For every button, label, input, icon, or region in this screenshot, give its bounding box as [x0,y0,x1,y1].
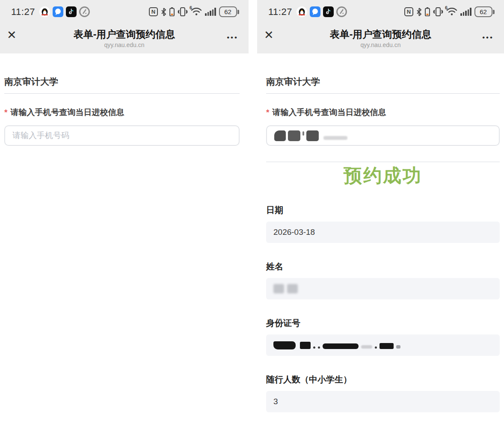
battery-icon: 62 [219,6,240,17]
signal-bars-icon [460,8,471,16]
title-divider [4,93,240,94]
result-divider [266,162,500,162]
clock-time: 11:27 [268,6,292,18]
bluetooth-icon [161,8,166,16]
required-mark: * [266,108,269,117]
messages-icon [53,6,63,17]
screenshot-gap [249,0,257,426]
qq-icon [296,6,307,17]
vibrate-icon [178,7,188,16]
status-bar: 11:27 [0,0,249,24]
battery-percent: 62 [474,6,492,17]
system-status-icons: N 6 [149,6,239,17]
page-url: qyy.nau.edu.cn [361,41,401,48]
notification-app-icons [296,6,347,17]
wifi6-label: 6 [190,5,192,10]
name-label: 姓名 [266,261,500,272]
title-divider [266,93,500,94]
id-number-label: 身份证号 [266,317,500,329]
browser-title-bar: ✕ 表单-用户查询预约信息 qyy.nau.edu.cn ••• [0,24,249,53]
bluetooth-icon [416,8,422,16]
redacted-phone-block [306,130,319,141]
battery-percent: 62 [219,6,237,17]
screenshot-right: 11:27 [257,0,504,426]
page-title: 表单-用户查询预约信息 [330,29,432,41]
required-mark: * [4,108,7,117]
redacted-phone-block [274,130,286,141]
name-value-box [266,278,500,299]
date-value: 2026-03-18 [273,228,315,237]
vibrate-icon [433,7,443,16]
browser-title-bar: ✕ 表单-用户查询预约信息 qyy.nau.edu.cn ••• [257,24,504,53]
id-number-value-box [266,334,500,356]
tiktok-icon [66,6,77,17]
screenshot-left: 11:27 [0,0,249,426]
form-page: 南京审计大学 *请输入手机号查询当日进校信息 预约成功 日期 2026-03-1… [257,76,504,412]
status-bar: 11:27 [257,0,504,24]
clock-app-icon [336,6,347,17]
system-status-icons: N 6 [404,6,495,17]
phone-number-input-filled[interactable] [266,125,500,146]
device-battery-icon [169,7,175,16]
side-by-side-screenshots: 11:27 [0,0,504,426]
more-menu-icon[interactable]: ••• [227,34,238,41]
form-page: 南京审计大学 *请输入手机号查询当日进校信息 [0,76,249,146]
close-icon[interactable]: ✕ [264,30,274,41]
school-title: 南京审计大学 [266,76,500,88]
clock-time: 11:27 [11,6,35,18]
signal-bars-icon [205,8,216,16]
date-label: 日期 [266,204,500,216]
device-battery-icon [425,7,430,16]
clock-app-icon [79,6,90,17]
companions-label: 随行人数（中小学生） [266,374,500,385]
wifi6-label: 6 [445,5,448,10]
redacted-id-value [273,341,400,349]
phone-query-label: *请输入手机号查询当日进校信息 [266,107,500,118]
notification-app-icons [39,6,90,17]
companions-value-box: 3 [266,391,500,412]
phone-number-input[interactable] [4,125,240,146]
school-title: 南京审计大学 [4,76,240,88]
redacted-name-value [273,284,298,293]
page-url: qyy.nau.edu.cn [104,41,145,48]
qq-icon [39,6,50,17]
redacted-phone-fragment [323,136,347,140]
wifi-icon: 6 [446,7,457,17]
booking-success-title: 预约成功 [266,164,500,186]
page-title: 表单-用户查询预约信息 [74,29,175,41]
redacted-phone-block [288,130,300,141]
redacted-phone-fragment [302,131,304,136]
messages-icon [310,6,320,17]
close-icon[interactable]: ✕ [7,30,17,41]
date-value-box: 2026-03-18 [266,222,500,243]
wifi-icon: 6 [191,7,202,17]
tiktok-icon [323,6,334,17]
more-menu-icon[interactable]: ••• [482,34,494,41]
phone-query-label: *请输入手机号查询当日进校信息 [4,107,240,118]
nfc-icon: N [149,7,158,16]
nfc-icon: N [404,7,413,16]
battery-icon: 62 [474,6,495,17]
companions-value: 3 [273,397,278,406]
